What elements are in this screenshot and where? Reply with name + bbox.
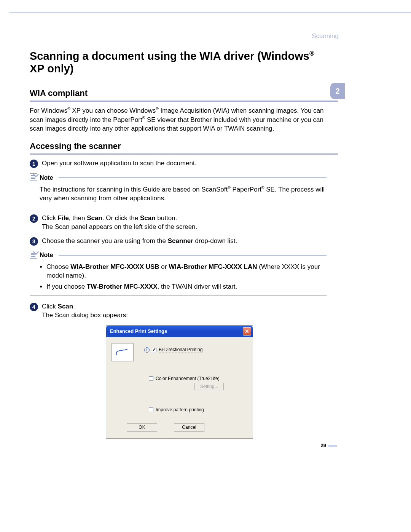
- note-2-body: Choose WIA-Brother MFC-XXXX USB or WIA-B…: [40, 263, 327, 291]
- note-icon: [30, 173, 37, 181]
- step-4: 4 Click Scan. The Scan dialog box appear…: [30, 302, 327, 320]
- improve-pattern-label[interactable]: Improve pattern printing: [156, 407, 204, 412]
- preview-thumbnail: [112, 343, 134, 361]
- page-title: Scanning a document using the WIA driver…: [30, 50, 327, 75]
- ok-button[interactable]: OK: [127, 423, 157, 431]
- page-number-dash-icon: [328, 445, 337, 447]
- step-1-text: Open your software application to scan t…: [42, 159, 196, 168]
- note-block-1: Note The instructions for scanning in th…: [30, 173, 327, 207]
- content-area: Scanning a document using the WIA driver…: [30, 50, 327, 439]
- dialog-body: i Bi-Directional Printing Color Enhancem…: [106, 337, 253, 438]
- note-label: Note: [40, 252, 53, 259]
- note-rule: [59, 255, 327, 256]
- bidirectional-checkbox[interactable]: [152, 348, 156, 352]
- note-icon: [30, 251, 37, 259]
- section-rule-2: [30, 153, 338, 155]
- chapter-tab: 2: [330, 83, 345, 99]
- cancel-button[interactable]: Cancel: [174, 423, 204, 431]
- wia-compliant-paragraph: For Windows® XP you can choose Windows® …: [30, 106, 327, 133]
- section-heading-wia-compliant: WIA compliant: [30, 88, 327, 98]
- title-reg-1: ®: [309, 50, 314, 57]
- section-heading-accessing: Accessing the scanner: [30, 141, 327, 151]
- color-enhancement-label[interactable]: Color Enhancement (True2Life): [156, 376, 220, 381]
- step-4-text: Click Scan. The Scan dialog box appears:: [42, 302, 128, 320]
- title-text-a: Scanning a document using the WIA driver…: [30, 50, 309, 62]
- document-page: Scanning 2 Scanning a document using the…: [0, 0, 411, 532]
- step-3: 3 Choose the scanner you are using from …: [30, 237, 327, 246]
- chapter-number: 2: [335, 87, 339, 96]
- header-section-label: Scanning: [312, 32, 339, 40]
- note-1-body: The instructions for scanning in this Gu…: [40, 185, 327, 203]
- note-bottom-rule: [30, 295, 327, 296]
- close-button[interactable]: ✕: [243, 327, 251, 335]
- close-icon: ✕: [245, 328, 249, 334]
- title-text-b: XP only): [30, 62, 74, 75]
- step-bullet-1: 1: [30, 160, 38, 168]
- note-2-item-2: If you choose TW-Brother MFC-XXXX, the T…: [46, 283, 327, 291]
- improve-pattern-checkbox[interactable]: [149, 407, 153, 412]
- info-icon[interactable]: i: [144, 347, 150, 353]
- step-1: 1 Open your software application to scan…: [30, 159, 327, 168]
- note-bottom-rule: [30, 207, 327, 207]
- step-bullet-3: 3: [30, 237, 38, 246]
- setting-button: Setting...: [194, 383, 224, 390]
- note-block-2: Note Choose WIA-Brother MFC-XXXX USB or …: [30, 251, 327, 296]
- section-rule: [30, 101, 338, 102]
- step-3-text: Choose the scanner you are using from th…: [42, 237, 237, 246]
- page-number: 29: [321, 443, 337, 448]
- enhanced-print-settings-dialog: Enhanced Print Settings ✕ i Bi-Direction…: [106, 325, 253, 439]
- dialog-title: Enhanced Print Settings: [110, 328, 243, 334]
- top-rule: [10, 12, 411, 13]
- step-2: 2 Click File, then Scan. Or click the Sc…: [30, 214, 327, 232]
- step-bullet-4: 4: [30, 303, 38, 311]
- note-label: Note: [40, 174, 53, 181]
- color-enhancement-checkbox[interactable]: [149, 376, 153, 381]
- note-2-item-1: Choose WIA-Brother MFC-XXXX USB or WIA-B…: [46, 263, 327, 280]
- note-rule: [59, 177, 327, 178]
- bidirectional-label[interactable]: Bi-Directional Printing: [159, 347, 202, 353]
- dialog-titlebar[interactable]: Enhanced Print Settings ✕: [106, 326, 253, 337]
- step-bullet-2: 2: [30, 214, 38, 223]
- step-2-text: Click File, then Scan. Or click the Scan…: [42, 214, 197, 232]
